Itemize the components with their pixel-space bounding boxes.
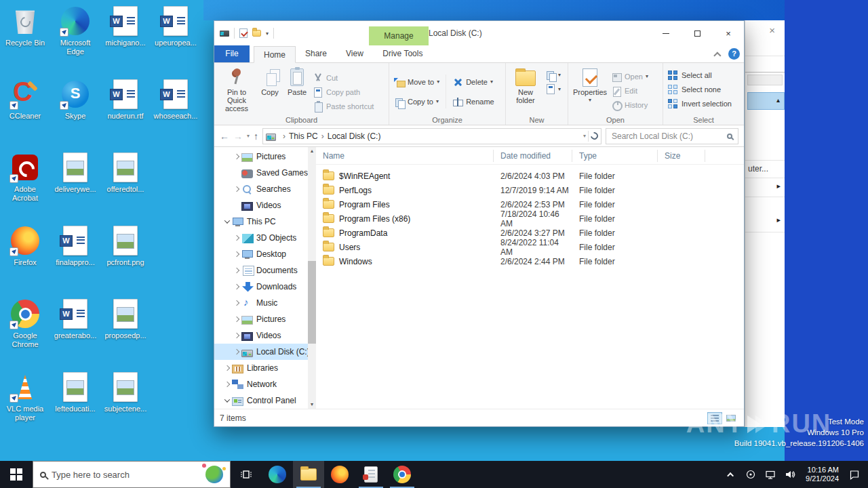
chevron-right-icon[interactable] [232,333,241,338]
maximize-button[interactable] [682,21,713,45]
customize-toolbar-caret-icon[interactable]: ▾ [266,30,269,37]
taskbar-chrome-button[interactable] [387,461,418,488]
pin-to-quick-access-button[interactable]: Pin to Quick access [217,65,256,113]
delete-button[interactable]: Delete▾ [450,75,496,89]
desktop-icon-ccleaner[interactable]: CCleaner [0,76,50,149]
tree-item-downloads[interactable]: Downloads [214,279,308,295]
file-row-windows[interactable]: Windows 2/6/2024 2:44 PM File folder [316,254,744,268]
minimize-button[interactable] [650,21,682,45]
back-button[interactable]: ← [220,131,229,141]
tree-item-local-disk-c[interactable]: Local Disk (C:) [214,344,308,360]
tree-item-network[interactable]: Network [214,376,308,392]
tree-item-saved-games[interactable]: Saved Games [214,165,308,181]
chevron-down-icon[interactable] [222,399,232,403]
scroll-up-icon[interactable]: ▴ [308,147,316,155]
submenu-arrow-icon[interactable]: ▸ [776,216,781,224]
tray-volume-button[interactable] [783,461,797,488]
properties-qat-button[interactable] [239,28,248,38]
file-row-perflogs[interactable]: PerfLogs 12/7/2019 9:14 AM File folder [316,183,744,197]
desktop-icon-subjectene-image[interactable]: subjectene... [100,369,151,442]
column-header-name[interactable]: Name [316,150,494,162]
desktop-icon-finalappro-doc[interactable]: finalappro... [50,222,100,296]
new-folder-button[interactable]: New folder [509,65,542,104]
desktop-icon-microsoft-edge[interactable]: Microsoft Edge [50,3,100,76]
column-header-date-modified[interactable]: Date modified [494,150,572,162]
desktop-icon-greaterabo-doc[interactable]: greaterabo... [50,296,100,369]
thumbnails-view-button[interactable] [724,412,738,424]
chevron-right-icon[interactable] [232,252,241,256]
taskbar-file-explorer-button[interactable] [293,461,324,488]
copy-to-button[interactable]: Copy to▾ [392,94,441,108]
scrollbar-thumb[interactable] [308,261,316,344]
chevron-down-icon[interactable] [222,220,232,224]
background-window-button[interactable] [747,75,783,85]
taskbar-clock[interactable]: 10:16 AM 9/21/2024 [803,466,842,483]
address-dropdown-caret-icon[interactable]: ▾ [583,133,586,139]
desktop-icon-michigano-doc[interactable]: michigano... [100,3,151,76]
new-item-button[interactable]: ▾ [545,69,561,80]
desktop-icon-vlc[interactable]: VLC media player [0,369,50,442]
breadcrumb-this-pc[interactable]: This PC [289,131,318,141]
easy-access-button[interactable]: ▾ [545,83,561,94]
desktop-icon-recycle-bin[interactable]: Recycle Bin [0,3,50,76]
desktop-icon-offeredtol-image[interactable]: offeredtol... [100,149,151,222]
breadcrumb-local-disk[interactable]: Local Disk (C:) [328,131,381,141]
background-window-menu-item[interactable]: uter... [748,164,768,174]
collapse-ribbon-icon[interactable] [713,52,721,59]
recent-locations-caret-icon[interactable]: ▾ [247,133,250,139]
desktop-icon-deliverywe-image[interactable]: deliverywe... [50,149,100,222]
move-to-button[interactable]: Move to▾ [392,75,441,89]
copy-button[interactable]: Copy [256,65,283,96]
file-row-users[interactable]: Users 8/24/2022 11:04 AM File folder [316,240,744,254]
start-button[interactable] [0,461,33,488]
chevron-right-icon[interactable] [222,366,232,370]
tree-item-3d-objects[interactable]: 3D Objects [214,230,308,246]
desktop-icon-adobe-acrobat[interactable]: Adobe Acrobat [0,149,50,222]
action-center-button[interactable] [848,461,861,488]
search-input[interactable]: Search Local Disk (C:) [606,128,738,144]
chevron-right-icon[interactable] [232,285,241,289]
help-icon[interactable] [728,48,740,60]
tree-item-documents[interactable]: Documents [214,262,308,279]
close-button[interactable]: × [713,21,744,45]
scroll-down-icon[interactable]: ▾ [308,401,316,409]
tree-item-libraries[interactable]: Libraries [214,360,308,376]
copy-path-button[interactable]: Copy path [311,85,376,99]
chevron-right-icon[interactable] [232,268,241,272]
tree-item-desktop[interactable]: Desktop [214,246,308,262]
tab-home[interactable]: Home [254,46,296,63]
cut-button[interactable]: Cut [311,70,376,85]
desktop-icon-proposedp-image[interactable]: proposedp... [100,296,151,369]
tab-drive-tools[interactable]: Drive Tools [373,45,433,62]
file-row-winreagent[interactable]: $WinREAgent 2/6/2024 4:03 PM File folder [316,169,744,183]
forward-button[interactable]: → [233,131,243,141]
tree-item-pictures-pc[interactable]: Pictures [214,311,308,327]
paste-shortcut-button[interactable]: Paste shortcut [311,99,376,113]
tray-recorder-button[interactable] [744,461,757,488]
chevron-right-icon[interactable] [232,317,241,321]
chevron-right-icon[interactable] [232,350,241,354]
manage-contextual-tab[interactable]: Manage [369,26,429,45]
tab-share[interactable]: Share [296,45,336,62]
properties-button[interactable]: Properties ▾ [571,65,609,104]
paste-button[interactable]: Paste [283,65,311,96]
desktop-icon-whoseeach-doc[interactable]: whoseeach... [151,76,201,149]
chevron-right-icon[interactable] [232,236,241,240]
taskbar-edge-button[interactable] [262,461,293,488]
new-folder-qat-button[interactable] [252,30,261,37]
details-view-button[interactable] [707,412,722,424]
tray-network-button[interactable] [764,461,777,488]
tree-scrollbar[interactable]: ▴ ▾ [308,147,316,409]
select-all-button[interactable]: Select all [666,68,734,82]
taskbar-notes-button[interactable] [355,461,387,488]
desktop-icon-google-chrome[interactable]: Google Chrome [0,296,50,369]
tree-item-searches[interactable]: Searches [214,181,308,197]
address-bar[interactable]: › This PC › Local Disk (C:) ▾ [262,128,601,144]
desktop-icon-skype[interactable]: Skype [50,76,100,149]
chevron-right-icon[interactable] [232,155,241,159]
desktop-icon-pcfront-png[interactable]: pcfront.png [100,222,151,296]
invert-selection-button[interactable]: Invert selection [666,96,734,110]
tree-item-control-panel[interactable]: Control Panel [214,392,308,409]
chevron-right-icon[interactable] [222,382,232,386]
file-row-program-files-x86[interactable]: Program Files (x86) 7/18/2024 10:46 AM F… [316,211,744,226]
